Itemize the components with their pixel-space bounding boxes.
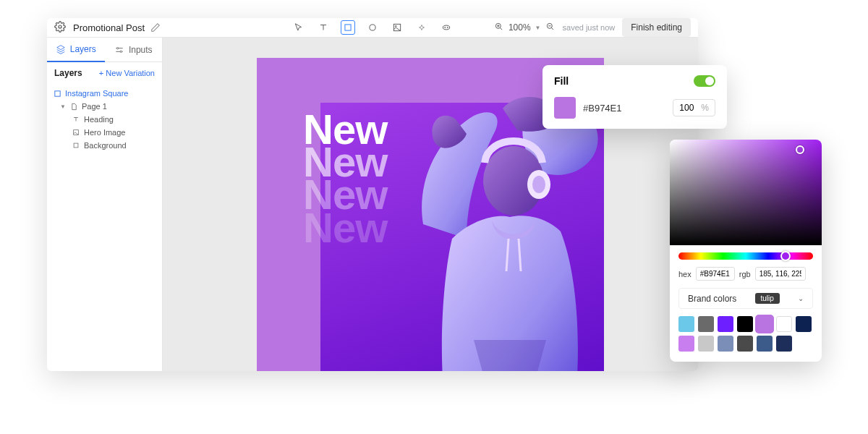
tab-layers-label: Layers bbox=[70, 44, 96, 54]
tab-inputs-label: Inputs bbox=[129, 45, 153, 55]
fill-toggle[interactable] bbox=[694, 75, 715, 87]
layer-tree: Instagram Square ▼ Page 1 Heading Hero I… bbox=[47, 84, 162, 155]
layer-background[interactable]: Background bbox=[51, 139, 158, 152]
svg-point-11 bbox=[120, 51, 122, 52]
fill-swatch[interactable] bbox=[554, 97, 576, 119]
heading-text[interactable]: New New New New bbox=[303, 113, 387, 244]
svg-rect-12 bbox=[54, 90, 59, 95]
hero-image[interactable] bbox=[387, 94, 611, 371]
zoom-in-icon[interactable] bbox=[494, 22, 504, 34]
svg-point-7 bbox=[447, 27, 448, 27]
fill-panel: Fill #B974E1 100 % bbox=[542, 65, 727, 129]
saturation-value-field[interactable] bbox=[670, 140, 822, 245]
fill-hex-value[interactable]: #B974E1 bbox=[583, 103, 665, 114]
swatch-color[interactable] bbox=[698, 336, 714, 352]
rectangle-tool-icon[interactable] bbox=[341, 20, 355, 35]
hex-label: hex bbox=[678, 270, 692, 278]
swatch-color[interactable] bbox=[718, 316, 733, 332]
swatch-color[interactable] bbox=[718, 336, 733, 352]
save-status: saved just now bbox=[563, 23, 616, 32]
brand-colors-label: Brand colors bbox=[688, 294, 736, 304]
swatch-color[interactable] bbox=[796, 316, 812, 332]
finish-editing-button[interactable]: Finish editing bbox=[622, 18, 691, 37]
layer-heading[interactable]: Heading bbox=[51, 113, 158, 126]
circle-tool-icon[interactable] bbox=[365, 20, 380, 35]
zoom-out-icon[interactable] bbox=[545, 22, 556, 34]
edit-pencil-icon bbox=[150, 22, 161, 33]
layer-artboard[interactable]: Instagram Square bbox=[51, 87, 158, 100]
image-tool-icon[interactable] bbox=[390, 20, 404, 35]
text-tool-icon[interactable] bbox=[316, 20, 331, 35]
caret-down-icon: ▼ bbox=[60, 103, 66, 110]
mask-tool-icon[interactable] bbox=[439, 20, 454, 35]
rgb-input[interactable] bbox=[755, 267, 806, 281]
new-variation-button[interactable]: + New Variation bbox=[99, 69, 155, 77]
fill-panel-title: Fill bbox=[554, 75, 569, 87]
brand-colors-dropdown[interactable]: Brand colors tulip ⌄ bbox=[678, 288, 813, 309]
satval-handle[interactable] bbox=[796, 145, 804, 154]
chevron-down-icon: ⌄ bbox=[798, 294, 804, 302]
tab-layers[interactable]: Layers bbox=[47, 38, 105, 62]
hue-handle[interactable] bbox=[780, 251, 791, 261]
hex-input[interactable] bbox=[696, 267, 735, 281]
swatch-color[interactable] bbox=[678, 336, 694, 352]
svg-point-5 bbox=[443, 25, 449, 30]
svg-point-6 bbox=[445, 27, 446, 27]
brand-swatch-grid bbox=[670, 309, 822, 362]
text-layer-icon bbox=[72, 115, 80, 124]
page-icon bbox=[69, 102, 78, 111]
document-title-text: Promotional Post bbox=[73, 22, 145, 33]
svg-point-2 bbox=[370, 25, 375, 30]
swatch-color[interactable] bbox=[737, 316, 753, 332]
brand-selected-chip: tulip bbox=[755, 293, 780, 304]
swatch-color-selected[interactable] bbox=[757, 316, 773, 332]
image-layer-icon bbox=[72, 128, 80, 137]
swatch-color[interactable] bbox=[776, 336, 792, 352]
settings-gear-icon[interactable] bbox=[54, 21, 66, 35]
pointer-tool-icon[interactable] bbox=[292, 20, 306, 35]
fill-opacity-input[interactable]: 100 % bbox=[673, 99, 715, 116]
swatch-color[interactable] bbox=[776, 316, 792, 332]
layer-page[interactable]: ▼ Page 1 bbox=[51, 100, 158, 113]
zoom-controls: 100% ▼ bbox=[494, 22, 556, 34]
swatch-color[interactable] bbox=[757, 336, 773, 352]
layer-hero-image[interactable]: Hero Image bbox=[51, 126, 158, 139]
chevron-down-icon[interactable]: ▼ bbox=[535, 25, 541, 31]
svg-point-17 bbox=[532, 176, 545, 193]
swatch-color[interactable] bbox=[698, 316, 714, 332]
sidebar: Layers Inputs Layers + New Variation Ins… bbox=[47, 38, 163, 371]
hue-slider[interactable] bbox=[678, 252, 813, 260]
sliders-icon bbox=[114, 45, 124, 55]
svg-point-4 bbox=[395, 25, 396, 27]
layers-icon bbox=[56, 44, 66, 54]
swatch-color[interactable] bbox=[737, 336, 753, 352]
swatch-color[interactable] bbox=[678, 316, 694, 332]
rgb-label: rgb bbox=[739, 270, 751, 278]
tab-inputs[interactable]: Inputs bbox=[105, 38, 163, 62]
pen-tool-icon[interactable] bbox=[414, 20, 429, 35]
svg-point-0 bbox=[59, 25, 61, 28]
artboard-icon bbox=[53, 89, 61, 98]
layers-panel-title: Layers bbox=[54, 68, 82, 78]
tool-palette bbox=[292, 20, 454, 35]
svg-rect-1 bbox=[345, 25, 351, 30]
color-picker-panel: hex rgb Brand colors tulip ⌄ bbox=[670, 140, 822, 362]
rect-layer-icon bbox=[72, 141, 80, 150]
topbar: Promotional Post 100% ▼ saved just now F… bbox=[47, 18, 698, 38]
svg-point-10 bbox=[116, 47, 118, 48]
zoom-level[interactable]: 100% bbox=[509, 22, 531, 33]
document-title[interactable]: Promotional Post bbox=[73, 22, 161, 33]
svg-rect-14 bbox=[74, 143, 78, 148]
